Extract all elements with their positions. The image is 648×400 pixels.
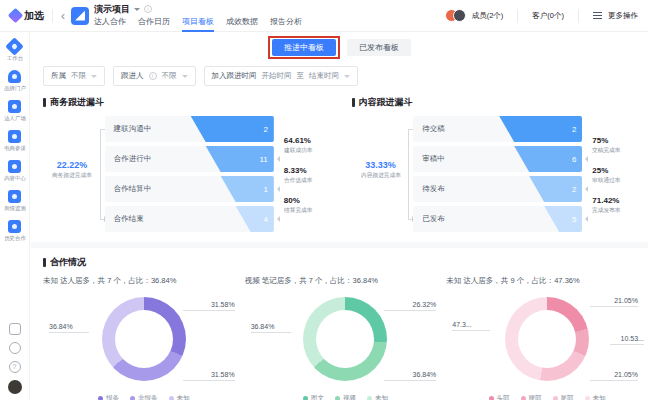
funnel-stage-row[interactable]: 建联沟通中 2 bbox=[105, 116, 274, 142]
history-cooperation-icon bbox=[8, 220, 21, 233]
owner-filter[interactable]: 所属 不限 bbox=[43, 66, 105, 86]
funnel-bar: 5 bbox=[544, 206, 582, 232]
report-type-donut-chart[interactable]: 31.58% 36.84% 31.58% bbox=[43, 288, 245, 392]
sidebar-item-talent-square[interactable]: 达人广场 bbox=[3, 100, 27, 123]
sidebar-item-content-center[interactable]: 内容中心 bbox=[3, 160, 27, 183]
chevron-down-icon bbox=[91, 75, 97, 81]
donut-subtitle: 未知 达人居多，共 9 个，占比：47.36% bbox=[446, 276, 648, 286]
left-sidebar: 工作台 品牌门户 达人广场 电商参谋 内容中心 舆情监测 历史合作 ? bbox=[0, 32, 30, 400]
project-tabs: 达人合作 合作日历 项目看板 成效数据 报告分析 bbox=[94, 16, 302, 32]
divider bbox=[578, 9, 579, 23]
top-bar: 加选 ‹ 演示项目 i 达人合作 合作日历 项目看板 成效数据 报告分析 成员(… bbox=[0, 0, 648, 32]
legend-dot bbox=[553, 396, 558, 400]
back-chevron-icon[interactable]: ‹ bbox=[61, 9, 65, 23]
title-bar bbox=[352, 98, 355, 107]
arrow-left-icon bbox=[582, 216, 588, 222]
content-completion-rate: 33.33% 内容跟进完成率 bbox=[352, 116, 414, 232]
legend-dot bbox=[367, 396, 372, 400]
legend-dot bbox=[130, 396, 135, 400]
ecommerce-icon bbox=[8, 130, 21, 143]
tab-talent-cooperation[interactable]: 达人合作 bbox=[94, 16, 126, 32]
tab-effect-data[interactable]: 成效数据 bbox=[226, 16, 258, 32]
info-icon[interactable]: i bbox=[144, 5, 152, 13]
main-content: 推进中看板 已发布看板 所属 不限 跟进人 i 不限 加入跟进时间 开始时间 至… bbox=[31, 32, 648, 400]
in-progress-board-button[interactable]: 推进中看板 bbox=[272, 39, 336, 56]
sidebar-item-ecommerce[interactable]: 电商参谋 bbox=[3, 130, 27, 153]
sidebar-item-workbench[interactable]: 工作台 bbox=[6, 40, 24, 63]
business-funnel-chart: 建联沟通中 2 合作进行中 11 合作结算中 1 合作结束 4 bbox=[105, 116, 274, 232]
user-avatar[interactable] bbox=[8, 380, 22, 394]
board-toggle: 推进中看板 已发布看板 bbox=[31, 36, 648, 59]
content-funnel-section: 内容跟进漏斗 33.33% 内容跟进完成率 待交稿 2 bbox=[340, 96, 648, 232]
note-type-legend: 图文 视频 未知 bbox=[245, 394, 447, 400]
cooperation-section: 合作情况 未知 达人居多，共 7 个，占比：36.84% 31.58% 36.8… bbox=[31, 248, 648, 400]
note-type-donut-chart[interactable]: 26.32% 36.84% 36.84% bbox=[245, 288, 447, 392]
divider bbox=[517, 9, 518, 23]
funnel-stage-row[interactable]: 已发布 5 bbox=[413, 206, 582, 232]
donut-subtitle: 视频 笔记居多，共 7 个，占比：36.84% bbox=[245, 276, 447, 286]
business-funnel-section: 商务跟进漏斗 22.22% 商务跟进完成率 建联沟通中 2 bbox=[31, 96, 340, 232]
pie-label: 21.05% bbox=[614, 371, 638, 378]
funnel-stage-row[interactable]: 审稿中 6 bbox=[413, 146, 582, 172]
donut-ring bbox=[102, 297, 186, 381]
more-actions-icon[interactable] bbox=[593, 12, 602, 19]
funnel-bar: 11 bbox=[206, 146, 274, 172]
annotation-red-box: 推进中看板 bbox=[268, 36, 340, 59]
follow-time-filter[interactable]: 加入跟进时间 开始时间 至 结束时间 bbox=[204, 66, 359, 86]
content-funnel-rates: 75%交稿完成率 25%审核通过率 71.42%完成发布率 bbox=[582, 116, 648, 232]
content-funnel-title: 内容跟进漏斗 bbox=[352, 96, 648, 109]
member-avatars[interactable] bbox=[445, 9, 466, 22]
funnel-stage-row[interactable]: 合作结算中 1 bbox=[105, 176, 274, 202]
donut-ring bbox=[505, 297, 589, 381]
pie-label: 31.58% bbox=[211, 371, 235, 378]
project-title[interactable]: 演示项目 bbox=[94, 3, 130, 16]
published-board-button[interactable]: 已发布看板 bbox=[347, 39, 411, 56]
tab-cooperation-calendar[interactable]: 合作日历 bbox=[138, 16, 170, 32]
talent-tier-donut-chart[interactable]: 21.05% 10.53... 21.05% 47.3... bbox=[446, 288, 648, 392]
legend-dot bbox=[303, 396, 308, 400]
app-logo[interactable]: 加选 bbox=[10, 9, 44, 23]
workbench-icon bbox=[5, 37, 23, 55]
customers-count[interactable]: 客户(0个) bbox=[532, 11, 564, 21]
filter-bar: 所属 不限 跟进人 i 不限 加入跟进时间 开始时间 至 结束时间 bbox=[43, 66, 648, 86]
funnel-bar: 2 bbox=[529, 176, 582, 202]
start-time-input[interactable]: 开始时间 bbox=[262, 71, 292, 81]
help-icon[interactable]: ? bbox=[9, 361, 21, 373]
cooperation-title: 合作情况 bbox=[43, 256, 648, 269]
end-time-input[interactable]: 结束时间 bbox=[309, 71, 339, 81]
funnel-stage-row[interactable]: 待交稿 2 bbox=[413, 116, 582, 142]
sidebar-item-monitoring[interactable]: 舆情监测 bbox=[3, 190, 27, 213]
legend-dot bbox=[521, 396, 526, 400]
members-count[interactable]: 成员(2个) bbox=[472, 11, 504, 21]
sidebar-item-history-cooperation[interactable]: 历史合作 bbox=[3, 220, 27, 243]
chevron-down-icon[interactable] bbox=[134, 8, 140, 14]
funnel-bar: 6 bbox=[514, 146, 582, 172]
content-funnel-chart: 待交稿 2 审稿中 6 待发布 2 已发布 5 bbox=[413, 116, 582, 232]
brand-portal-icon bbox=[8, 70, 21, 83]
report-type-legend: 报备 非报备 未知 bbox=[43, 394, 245, 400]
app-logo-icon bbox=[8, 8, 24, 24]
business-funnel-title: 商务跟进漏斗 bbox=[43, 96, 340, 109]
follower-filter[interactable]: 跟进人 i 不限 bbox=[113, 66, 196, 86]
tab-project-board[interactable]: 项目看板 bbox=[182, 16, 214, 32]
pie-label: 36.84% bbox=[251, 323, 275, 330]
funnel-stage-row[interactable]: 待发布 2 bbox=[413, 176, 582, 202]
arrow-left-icon bbox=[274, 216, 280, 222]
chevron-down-icon bbox=[182, 75, 188, 81]
title-bar bbox=[43, 258, 46, 267]
note-type-donut-column: 视频 笔记居多，共 7 个，占比：36.84% 26.32% 36.84% 36… bbox=[245, 269, 447, 400]
legend-dot bbox=[98, 396, 103, 400]
customer-service-icon[interactable] bbox=[9, 342, 21, 354]
pie-label: 47.3... bbox=[452, 321, 471, 328]
funnel-stage-row[interactable]: 合作结束 4 bbox=[105, 206, 274, 232]
pie-label: 26.32% bbox=[413, 301, 437, 308]
tab-report-analysis[interactable]: 报告分析 bbox=[270, 16, 302, 32]
funnel-stage-row[interactable]: 合作进行中 11 bbox=[105, 146, 274, 172]
more-actions-label[interactable]: 更多操作 bbox=[608, 11, 638, 21]
funnel-bar: 1 bbox=[221, 176, 274, 202]
talent-tier-legend: 头部 腰部 尾部 未知 bbox=[446, 394, 648, 400]
sidebar-item-brand-portal[interactable]: 品牌门户 bbox=[3, 70, 27, 93]
pie-label: 10.53... bbox=[621, 335, 644, 342]
arrow-left-icon bbox=[274, 186, 280, 192]
notification-bell-icon[interactable] bbox=[9, 323, 21, 335]
